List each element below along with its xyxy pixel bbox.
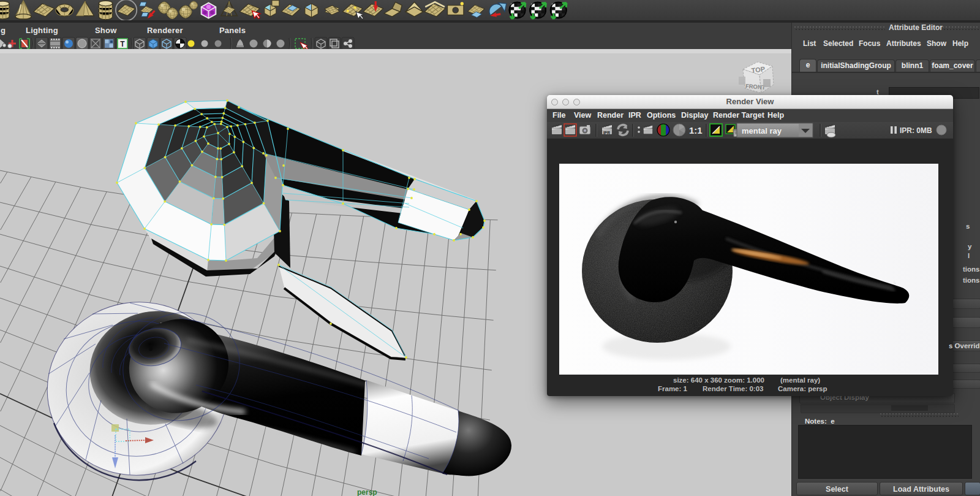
svg-text:FRONT: FRONT [745, 83, 766, 91]
svg-text:IPR: IPR [603, 131, 610, 135]
svg-text:mental ray: mental ray [742, 126, 782, 135]
svg-text:persp: persp [357, 488, 377, 496]
svg-text:T: T [120, 40, 125, 48]
svg-text:IPR: 0MB: IPR: 0MB [900, 126, 932, 135]
svg-text:1:1: 1:1 [689, 125, 703, 135]
